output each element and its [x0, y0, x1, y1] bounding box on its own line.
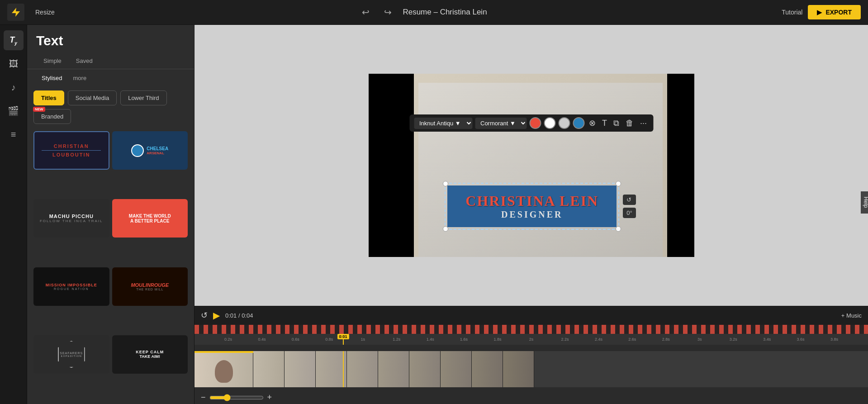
- template-seafarers-hex: SEAFARERS EXPEDITION: [58, 341, 85, 368]
- tab-simple[interactable]: Simple: [36, 54, 69, 69]
- sidebar-item-scenes[interactable]: 🎬: [4, 101, 24, 121]
- sidebar-item-audio[interactable]: ♪: [4, 77, 24, 97]
- template-moulin-t2: THE RED MILL: [136, 288, 163, 291]
- template-chelsea[interactable]: CHELSEA ARSENAL: [112, 131, 188, 170]
- timeline-area: 0.2s 0.4s 0.6s 0.8s 1s 1.2s 1.4s 1.6s 1.…: [194, 325, 868, 404]
- font-secondary-select[interactable]: Cormorant ▼: [475, 118, 526, 129]
- color-blue[interactable]: [573, 117, 584, 129]
- template-chelsea-badge: [131, 144, 144, 157]
- tick-14s: 1.4s: [427, 337, 434, 342]
- category-branded[interactable]: NEW Branded: [33, 109, 71, 124]
- main-layout: Ty 🖼 ♪ 🎬 ≡ Text Simple Saved Stylised mo…: [0, 25, 868, 404]
- panel-tabs: Simple Saved: [27, 54, 194, 69]
- tick-36s: 3.6s: [797, 337, 805, 342]
- video-thumb-3: [285, 351, 316, 387]
- tab-more[interactable]: more: [68, 72, 92, 84]
- color-gray[interactable]: [558, 117, 570, 129]
- playhead-label: 0:01: [337, 334, 349, 339]
- total-time: 0:04: [242, 312, 253, 319]
- panel-title: Text: [27, 25, 194, 54]
- template-seafarers[interactable]: SEAFARERS EXPEDITION: [33, 335, 109, 374]
- zoom-slider[interactable]: [209, 394, 264, 401]
- svg-marker-0: [12, 8, 20, 17]
- sidebar-item-image[interactable]: 🖼: [4, 54, 24, 74]
- rotate-angle-btn[interactable]: 0°: [623, 208, 636, 218]
- resize-handle-tr[interactable]: [616, 181, 621, 186]
- template-keepcalm[interactable]: KEEP CALM TAKE AIM!: [112, 335, 188, 374]
- logo-icon: [10, 7, 21, 18]
- text-track-indicator: [194, 351, 253, 353]
- export-button[interactable]: ▶ EXPORT: [808, 5, 861, 19]
- ruler-playhead: 0:01: [343, 334, 344, 345]
- flip-btn[interactable]: ↺: [623, 195, 636, 205]
- template-machu[interactable]: MACHU PICCHU FOLLOW THE INCA TRAIL: [33, 199, 109, 238]
- new-badge: NEW: [33, 107, 45, 112]
- image-tool-icon: 🖼: [9, 59, 18, 69]
- text-overlay-container[interactable]: CHRISTINA LEIN DESIGNER ↺ 0°: [418, 183, 663, 230]
- color-red[interactable]: [529, 117, 541, 129]
- delete-btn[interactable]: 🗑: [624, 118, 636, 129]
- text-format-btn[interactable]: T: [600, 118, 609, 129]
- video-preview-area: Inknut Antiqu ▼ Cormorant ▼ ⊗ T ⧉ 🗑 ···: [194, 25, 868, 306]
- transform-controls: ↺ 0°: [623, 195, 636, 218]
- current-time: 0:01: [225, 312, 237, 319]
- color-white[interactable]: [544, 117, 555, 129]
- undo-button[interactable]: ↩: [358, 5, 373, 19]
- tick-3s: 3s: [697, 337, 702, 342]
- tab-stylised[interactable]: Stylised: [36, 72, 68, 84]
- template-moulin[interactable]: MOULINROUGE THE RED MILL: [112, 267, 188, 306]
- template-world-t1: MAKE THE WORLD: [129, 214, 171, 219]
- sidebar-item-captions[interactable]: ≡: [4, 124, 24, 144]
- resize-button[interactable]: Resize: [30, 7, 60, 18]
- text-tool-icon: Ty: [9, 35, 17, 46]
- video-thumb-6: [378, 351, 409, 387]
- video-thumb-9: [472, 351, 503, 387]
- text-name-display: CHRISTINA LEIN: [465, 193, 598, 209]
- audio-tool-icon: ♪: [11, 82, 16, 93]
- template-chelsea-t1: CHELSEA: [147, 146, 168, 151]
- text-element-box[interactable]: CHRISTINA LEIN DESIGNER: [445, 183, 619, 230]
- template-mission[interactable]: MISSION IMPOSSIBLE ROGUE NATION: [33, 267, 109, 306]
- video-thumb-2: [253, 351, 285, 387]
- play-button[interactable]: ▶: [213, 310, 220, 321]
- template-christian[interactable]: CHRISTIAN LOUBOUTIN: [33, 131, 109, 170]
- texture-icon-btn[interactable]: ⊗: [587, 117, 598, 129]
- template-world[interactable]: MAKE THE WORLD A BETTER PLACE: [112, 199, 188, 238]
- scenes-tool-icon: 🎬: [8, 105, 19, 116]
- category-lower-third[interactable]: Lower Third: [120, 90, 166, 105]
- add-music-button[interactable]: + Music: [841, 312, 862, 319]
- video-black-bar-left: [369, 74, 414, 257]
- video-thumb-5: [347, 351, 378, 387]
- zoom-in-button[interactable]: +: [267, 393, 272, 402]
- tick-32s: 3.2s: [730, 337, 737, 342]
- tab-saved[interactable]: Saved: [69, 54, 100, 69]
- category-titles[interactable]: Titles: [33, 90, 64, 105]
- template-christian-name2: LOUBOUTIN: [52, 152, 90, 157]
- zoom-out-button[interactable]: −: [201, 393, 206, 402]
- export-label: EXPORT: [825, 9, 852, 16]
- duplicate-btn[interactable]: ⧉: [612, 118, 621, 129]
- template-world-t2: A BETTER PLACE: [130, 219, 169, 223]
- category-social-media[interactable]: Social Media: [68, 90, 117, 105]
- tick-08s: 0.8s: [325, 337, 333, 342]
- restart-button[interactable]: ↺: [201, 310, 208, 320]
- redo-button[interactable]: ↪: [380, 5, 395, 19]
- playback-bar: ↺ ▶ 0:01 / 0:04 + Music: [194, 306, 868, 325]
- template-keepcalm-t2: TAKE AIM!: [140, 354, 161, 359]
- tick-38s: 3.8s: [830, 337, 838, 342]
- tutorial-button[interactable]: Tutorial: [782, 9, 802, 16]
- template-chelsea-t2: ARSENAL: [147, 151, 168, 155]
- help-tab[interactable]: Help: [861, 191, 868, 213]
- video-bg-board: [418, 83, 663, 257]
- text-title-display: DESIGNER: [465, 209, 598, 220]
- project-title: Resume – Christina Lein: [403, 8, 487, 17]
- font-primary-select[interactable]: Inknut Antiqu ▼: [414, 118, 472, 129]
- more-options-btn[interactable]: ···: [638, 118, 649, 129]
- video-thumb-7: [409, 351, 441, 387]
- track-playhead: [343, 351, 344, 387]
- tick-26s: 2.6s: [628, 337, 636, 342]
- sidebar-item-text[interactable]: Ty: [4, 30, 24, 50]
- templates-grid: CHRISTIAN LOUBOUTIN CHELSEA ARSENAL MACH…: [27, 128, 194, 404]
- video-thumb-first: [194, 351, 253, 387]
- content-area: Inknut Antiqu ▼ Cormorant ▼ ⊗ T ⧉ 🗑 ···: [194, 25, 868, 404]
